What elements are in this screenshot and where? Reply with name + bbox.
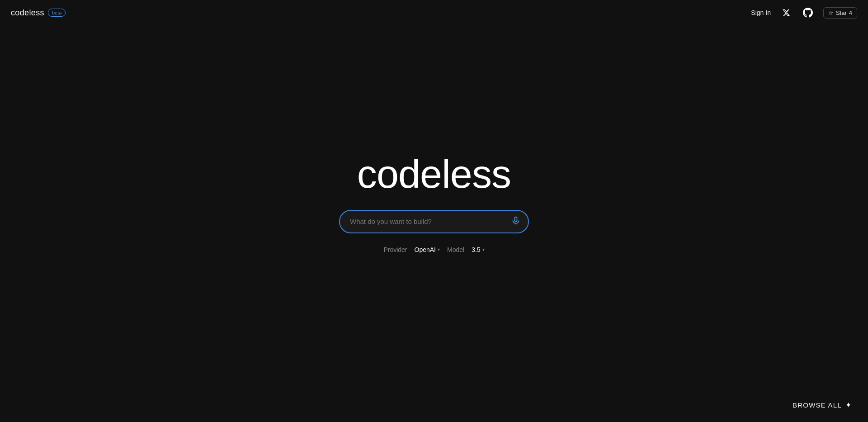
provider-model-row: Provider OpenAI ▾ Model 3.5 ▾: [383, 246, 484, 253]
browse-all-button[interactable]: BROWSE ALL ✦: [793, 401, 852, 409]
search-input[interactable]: [339, 210, 529, 233]
sparkle-icon: ✦: [845, 401, 852, 409]
star-label: Star: [836, 9, 847, 16]
browse-all-label: BROWSE ALL: [793, 401, 842, 409]
star-icon: ☆: [828, 9, 834, 16]
beta-badge: beta: [48, 9, 66, 17]
provider-value-text: OpenAI: [415, 246, 436, 253]
model-value-text: 3.5: [472, 246, 480, 253]
header-right: Sign In ☆ Star 4: [751, 6, 857, 19]
microphone-icon: [511, 216, 520, 227]
provider-label: Provider: [383, 246, 407, 253]
microphone-button[interactable]: [509, 215, 523, 228]
main-content: codeless Provider OpenAI ▾ Model 3.5 ▾: [339, 151, 529, 253]
provider-chevron-icon: ▾: [438, 247, 440, 252]
github-button[interactable]: [802, 6, 814, 19]
provider-dropdown[interactable]: OpenAI ▾: [415, 246, 440, 253]
main-title: codeless: [357, 151, 511, 197]
signin-link[interactable]: Sign In: [751, 9, 771, 16]
search-container: [339, 210, 529, 233]
model-chevron-icon: ▾: [482, 247, 485, 252]
header-left: codeless beta: [11, 8, 66, 18]
header: codeless beta Sign In ☆ Star 4: [0, 0, 868, 25]
github-icon: [803, 8, 813, 18]
model-label: Model: [447, 246, 464, 253]
header-logo: codeless: [11, 8, 44, 18]
model-dropdown[interactable]: 3.5 ▾: [472, 246, 484, 253]
star-button[interactable]: ☆ Star 4: [823, 7, 857, 19]
twitter-x-button[interactable]: [780, 6, 793, 19]
star-count: 4: [849, 9, 852, 16]
twitter-x-icon: [782, 9, 790, 17]
